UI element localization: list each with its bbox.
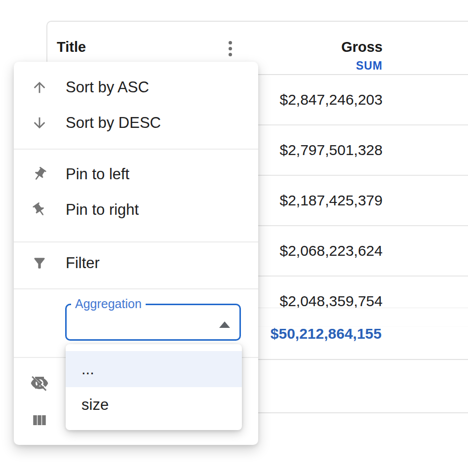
menu-item-filter[interactable]: Filter xyxy=(14,245,258,281)
menu-divider xyxy=(14,288,258,289)
gross-cell: $2,797,501,328 xyxy=(279,142,383,159)
sum-total-value: $50,212,864,155 xyxy=(271,325,382,342)
dropdown-option-label: size xyxy=(81,396,109,414)
aggregation-badge: SUM xyxy=(341,59,383,72)
menu-item-label: Pin to left xyxy=(66,165,129,183)
aggregation-select-label: Aggregation xyxy=(71,297,146,310)
screen: Title Gross SUM $2,847,246,203 $2,797,50… xyxy=(0,0,468,476)
column-header-gross[interactable]: Gross SUM xyxy=(341,22,383,72)
dropdown-option-size[interactable]: size xyxy=(66,387,242,423)
menu-divider xyxy=(14,149,258,150)
menu-item-label: Sort by ASC xyxy=(66,79,149,96)
gross-cell: $2,068,223,624 xyxy=(279,242,383,259)
gross-cell: $2,187,425,379 xyxy=(279,192,383,209)
menu-item-pin-left[interactable]: Pin to left xyxy=(14,157,258,192)
menu-item-label: Filter xyxy=(66,254,100,272)
manage-columns-icon xyxy=(29,412,50,429)
aggregation-dropdown: ... size xyxy=(66,344,242,430)
pin-right-icon xyxy=(26,197,53,222)
menu-item-label: Sort by DESC xyxy=(66,114,161,132)
gross-cell: $2,048,359,754 xyxy=(279,293,383,310)
arrow-down-icon xyxy=(29,115,50,131)
arrow-up-icon xyxy=(29,79,50,96)
filter-icon xyxy=(29,255,50,271)
pin-left-icon xyxy=(26,161,53,187)
visibility-off-icon xyxy=(29,374,50,393)
column-header-gross-label: Gross xyxy=(341,40,383,54)
gross-cell: $2,847,246,203 xyxy=(279,91,383,108)
column-header-title[interactable]: Title xyxy=(57,40,86,54)
menu-item-sort-asc[interactable]: Sort by ASC xyxy=(14,70,258,105)
kebab-menu-icon[interactable] xyxy=(219,36,241,61)
chevron-up-icon[interactable] xyxy=(219,321,230,328)
dropdown-option-none[interactable]: ... xyxy=(66,351,242,387)
menu-divider xyxy=(14,241,258,242)
menu-item-label: Pin to right xyxy=(66,201,139,219)
menu-item-pin-right[interactable]: Pin to right xyxy=(14,192,258,228)
dropdown-option-label: ... xyxy=(81,360,94,378)
menu-item-sort-desc[interactable]: Sort by DESC xyxy=(14,105,258,141)
